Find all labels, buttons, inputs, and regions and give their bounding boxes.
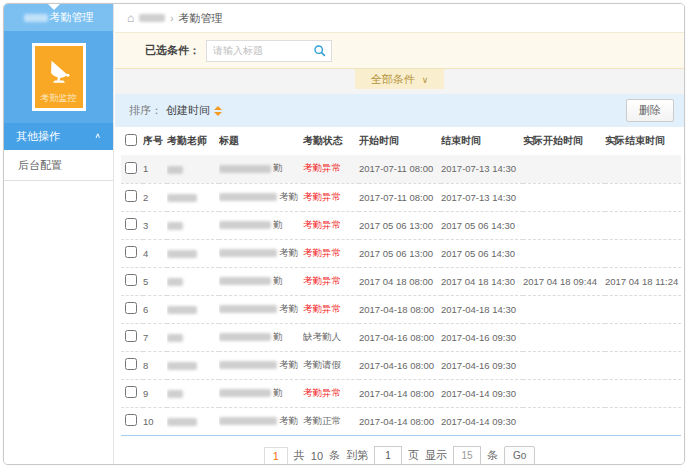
cell-teacher [167,211,219,239]
cell-title: 考勤 [219,183,303,211]
title-suffix: 考勤 [279,191,298,202]
redacted-text [219,221,271,229]
row-checkbox-cell [121,267,143,295]
row-checkbox-cell [121,407,143,435]
column-header: 序号 [143,127,167,155]
cell-index: 10 [143,407,167,435]
cell-end-time: 2017-04-18 14:30 [441,295,523,323]
cell-index: 5 [143,267,167,295]
sort-label: 排序： [129,103,162,118]
sidebar-section-label: 其他操作 [16,123,60,150]
cell-actual-end-time [605,295,681,323]
current-page-button[interactable]: 1 [264,447,288,465]
title-suffix: 考勤 [279,415,298,426]
sort-field-created-time[interactable]: 创建时间 [166,103,210,118]
redacted-text [167,250,197,258]
cell-teacher [167,155,219,183]
table-header-row: 序号考勤老师标题考勤状态开始时间结束时间实际开始时间实际结束时间 [121,127,681,155]
cell-end-time: 2017 04 18 14:30 [441,267,523,295]
redacted-text [139,14,165,22]
cell-title: 考勤 [219,295,303,323]
redacted-text [219,165,271,173]
row-checkbox[interactable] [125,246,137,258]
cell-title: 勤 [219,323,303,351]
sort-direction-icon[interactable] [214,106,222,116]
row-checkbox[interactable] [125,218,137,230]
module-tile-attendance-monitor[interactable]: 考勤监控 [35,46,83,108]
cell-end-time: 2017-07-13 14:30 [441,183,523,211]
column-header: 考勤老师 [167,127,219,155]
row-checkbox[interactable] [125,386,137,398]
redacted-text [167,362,197,370]
select-all-checkbox[interactable] [125,134,137,146]
sidebar-menu: 后台配置 [4,150,113,181]
cell-status: 考勤异常 [303,183,359,211]
home-icon[interactable]: ⌂ [127,11,134,25]
cell-actual-end-time [605,323,681,351]
sidebar-notch [48,4,60,10]
redacted-text [219,389,271,397]
cell-end-time: 2017-04-16 09:30 [441,351,523,379]
module-tile-frame[interactable]: 考勤监控 [32,43,86,111]
show-label: 显示 [425,448,447,463]
sidebar-module-area: 考勤监控 [4,31,113,123]
sidebar-section-other-ops[interactable]: 其他操作 ∧ [4,123,113,150]
cell-status: 考勤异常 [303,239,359,267]
cell-title: 勤 [219,211,303,239]
column-header: 开始时间 [359,127,441,155]
column-header: 标题 [219,127,303,155]
page-size-input[interactable] [453,446,481,466]
row-checkbox-cell [121,183,143,211]
table-row: 3 勤 考勤异常 2017 05 06 13:00 2017 05 06 14:… [121,211,681,239]
column-header: 结束时间 [441,127,523,155]
cell-teacher [167,323,219,351]
all-conditions-tab[interactable]: 全部条件 ∨ [355,69,445,89]
go-button[interactable]: Go [504,446,535,465]
row-checkbox-cell [121,239,143,267]
cell-index: 7 [143,323,167,351]
cell-actual-end-time [605,379,681,407]
cell-actual-end-time [605,183,681,211]
row-checkbox[interactable] [125,414,137,426]
cell-status: 考勤异常 [303,379,359,407]
delete-button[interactable]: 删除 [626,99,674,122]
sidebar-title-label: 考勤管理 [50,11,94,23]
magnifier-icon[interactable] [313,44,327,58]
cell-actual-start-time [523,211,605,239]
cell-teacher [167,295,219,323]
cell-start-time: 2017-07-11 08:00 [359,155,441,183]
table-row: 9 勤 考勤异常 2017-04-14 08:00 2017-04-14 09:… [121,379,681,407]
cell-start-time: 2017 05 06 13:00 [359,211,441,239]
cell-status: 缺考勤人 [303,323,359,351]
cell-start-time: 2017-04-16 08:00 [359,351,441,379]
cell-actual-start-time [523,351,605,379]
row-checkbox[interactable] [125,190,137,202]
cell-start-time: 2017-04-16 08:00 [359,323,441,351]
cell-actual-end-time: 2017 04 18 11:24 [605,267,681,295]
cell-index: 4 [143,239,167,267]
row-checkbox-cell [121,351,143,379]
row-checkbox[interactable] [125,274,137,286]
page-number-input[interactable] [374,446,402,466]
row-checkbox-cell [121,295,143,323]
cell-status: 考勤正常 [303,407,359,435]
redacted-text [219,333,271,341]
cell-title: 考勤 [219,239,303,267]
filter-panel: 已选条件： [115,32,684,68]
cell-end-time: 2017-04-14 09:30 [441,407,523,435]
row-checkbox[interactable] [125,302,137,314]
column-header: 实际开始时间 [523,127,605,155]
table-row: 10 考勤 考勤正常 2017-04-14 08:00 2017-04-14 0… [121,407,681,435]
title-suffix: 考勤 [279,247,298,258]
cell-end-time: 2017 05 06 14:30 [441,211,523,239]
sidebar-item-backend-config[interactable]: 后台配置 [4,150,113,180]
row-checkbox-cell [121,155,143,183]
row-checkbox[interactable] [125,358,137,370]
cell-actual-end-time [605,239,681,267]
row-checkbox[interactable] [125,330,137,342]
satellite-dish-icon [44,56,74,86]
row-checkbox[interactable] [125,162,137,174]
cell-title: 考勤 [219,351,303,379]
cell-start-time: 2017-07-11 08:00 [359,183,441,211]
cell-status: 考勤请假 [303,351,359,379]
